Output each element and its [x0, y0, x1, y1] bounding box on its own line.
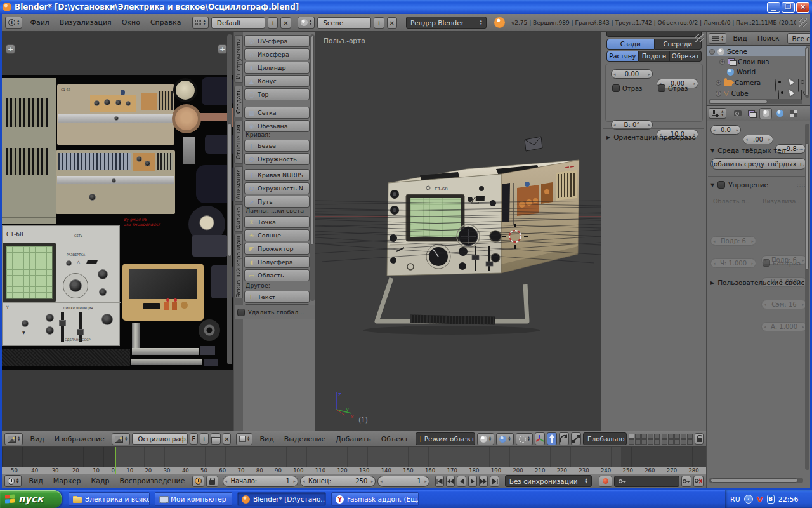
delete-layout-button[interactable]: ×	[280, 17, 291, 29]
start-frame-field[interactable]: Начало:1	[223, 476, 298, 487]
clock[interactable]: 22:56	[778, 495, 799, 504]
lock-layers-button[interactable]	[695, 433, 704, 444]
info-menu-item[interactable]: Визуализация	[55, 18, 117, 27]
expand-region-left-button[interactable]: +	[6, 44, 15, 54]
current-frame-playhead[interactable]	[115, 447, 116, 474]
simplify-panel[interactable]: ▼Упрощение	[710, 181, 768, 189]
editor-type-selector-properties[interactable]: ▲▼	[709, 108, 726, 119]
task-browser[interactable]: Y Fasmask аддоп. (Ещ...	[331, 492, 419, 506]
manipulator-axes-button[interactable]	[535, 432, 545, 445]
shelf-button[interactable]: ◤Прожектор	[244, 243, 310, 255]
editor-type-selector-timeline[interactable]: ▲▼	[4, 475, 22, 487]
properties-vscroll[interactable]	[805, 124, 809, 470]
view3d-menu-item[interactable]: Добавить	[331, 435, 376, 443]
pivot-point-dropdown[interactable]: ▲▼	[496, 433, 513, 445]
proportional-edit-dropdown[interactable]: ▲▼	[516, 433, 533, 445]
timeline[interactable]: -50-40-30-20-100102030405060708090100110…	[2, 447, 706, 474]
delete-scene-button[interactable]: ×	[387, 17, 397, 29]
shelf-button[interactable]: ʃБезье	[244, 140, 310, 152]
screen-layout-icon-button[interactable]: ▲▼	[192, 17, 208, 29]
properties-hscroll[interactable]	[709, 478, 803, 483]
toggle-front[interactable]: Спереди	[655, 39, 702, 50]
editor-type-selector-outliner[interactable]: ▲▼	[709, 33, 726, 44]
shelf-button[interactable]: FТекст	[244, 291, 310, 303]
expand-region-right-button[interactable]: +	[218, 44, 227, 54]
language-indicator[interactable]: RU	[730, 495, 740, 504]
play-reverse-button[interactable]	[457, 476, 466, 487]
uv-image-canvas[interactable]: С1-68	[2, 75, 233, 370]
selectability-icon[interactable]	[787, 88, 794, 97]
toggle-stretch[interactable]: Растяну	[606, 51, 639, 62]
insert-keyframe-button[interactable]	[681, 476, 691, 487]
outliner-row-cube[interactable]: + ▽ Cube	[716, 88, 749, 98]
fake-user-button[interactable]: F	[190, 433, 198, 444]
expand-icon[interactable]: +	[716, 80, 721, 86]
shelf-button[interactable]: ○Окружность	[244, 153, 310, 165]
add-rigid-body-world-button[interactable]: Добавить среду твёрдых т...	[710, 158, 807, 170]
tab-relations[interactable]: Отношения	[234, 121, 243, 164]
editor-type-selector-3d[interactable]: ▲▼	[236, 433, 252, 445]
lock-frame-button[interactable]	[206, 476, 218, 487]
layers-widget-2[interactable]	[662, 434, 693, 444]
gravity-x-field[interactable]: 0.0	[710, 125, 741, 135]
shelf-button[interactable]: ▮Цилиндр	[244, 62, 310, 74]
hide-icons-chevron[interactable]: ‹	[744, 495, 753, 504]
scale-manipulator-button[interactable]	[571, 432, 581, 445]
task-folder-window[interactable]: Электрика и всякое	[69, 492, 150, 506]
tab-render[interactable]	[731, 108, 744, 119]
info-menu-item[interactable]: Справка	[145, 18, 186, 27]
tab-render-layers[interactable]	[745, 108, 758, 119]
vp-particles-field[interactable]: Ч: 1.000	[710, 258, 756, 268]
outliner-row-render-layers[interactable]: + Слои виз	[719, 57, 769, 67]
image-name-field[interactable]: Осциллограф.png	[132, 433, 187, 444]
outliner-vscroll[interactable]	[805, 47, 809, 98]
task-my-computer[interactable]: Мой компьютер	[155, 492, 232, 506]
close-button[interactable]: ×	[796, 2, 809, 13]
view3d-menu-item[interactable]: Вид	[254, 435, 278, 443]
jump-to-start-button[interactable]	[435, 476, 444, 487]
display-filter-dropdown[interactable]: Все сце	[787, 33, 810, 44]
rigid-body-world-panel[interactable]: ▼Среда твёрдых тел	[710, 147, 794, 154]
toggle-back[interactable]: Сзади	[606, 39, 655, 50]
shelf-button[interactable]: ∫Кривая NURBS	[244, 169, 310, 181]
selectability-icon[interactable]	[787, 77, 794, 86]
next-keyframe-button[interactable]	[479, 476, 488, 487]
translate-manipulator-button[interactable]	[547, 432, 557, 445]
toggle-fit[interactable]: Подогн	[639, 51, 671, 62]
uv-image-editor[interactable]: + + С1-68	[2, 32, 233, 431]
antivirus-tray-icon[interactable]: V	[757, 495, 763, 504]
outliner-menu-item[interactable]: Поиск	[752, 34, 785, 43]
tab-world[interactable]	[773, 108, 786, 119]
preview-range-button[interactable]	[192, 476, 204, 487]
shelf-button[interactable]: ◯Тор	[244, 88, 310, 100]
corner-grip-icon[interactable]	[799, 18, 807, 27]
info-menu-item[interactable]: Файл	[25, 18, 54, 27]
expand-icon[interactable]: −	[709, 49, 715, 55]
outliner-row-scene[interactable]: − Scene	[709, 46, 747, 57]
bluetooth-tray-icon[interactable]: B	[767, 495, 775, 504]
shelf-button[interactable]: ▦Сетка	[244, 107, 310, 119]
tab-scene[interactable]	[759, 108, 772, 119]
shelf-scrollbar[interactable]	[310, 34, 315, 301]
scene-field[interactable]: Scene	[317, 17, 371, 29]
task-blender[interactable]: Blender* [D:\устано...	[237, 492, 326, 506]
shelf-button[interactable]: ◇Икосфера	[244, 48, 310, 60]
rn-samples-field[interactable]: Сэм: 16	[761, 300, 807, 309]
outliner-hscroll[interactable]	[709, 99, 802, 104]
open-image-button[interactable]	[211, 433, 221, 444]
shelf-button[interactable]: ◖Полусфера	[244, 256, 310, 268]
vp-subdivision-field[interactable]: Подр: 6	[710, 236, 756, 246]
flip-y-checkbox[interactable]	[658, 84, 665, 92]
shelf-button[interactable]: ✳Точка	[244, 216, 310, 228]
timeline-ruler[interactable]: -50-40-30-20-100102030405060708090100110…	[2, 467, 706, 474]
renderability-icon[interactable]	[798, 79, 799, 92]
render-engine-dropdown[interactable]: Рендер Blender▲▼	[406, 17, 487, 29]
viewport-shading-dropdown[interactable]: ▲▼	[477, 433, 494, 445]
shelf-button[interactable]: ↗Путь	[244, 196, 310, 208]
shelf-button[interactable]: ▭Область	[244, 269, 310, 281]
outliner-row-world[interactable]: World	[727, 67, 756, 77]
image-browse-button[interactable]: ▲▼	[112, 433, 130, 445]
mode-dropdown[interactable]: Режим объекта▲▼	[416, 432, 475, 445]
start-button[interactable]: пуск	[0, 490, 62, 508]
expand-icon[interactable]: +	[716, 91, 721, 97]
